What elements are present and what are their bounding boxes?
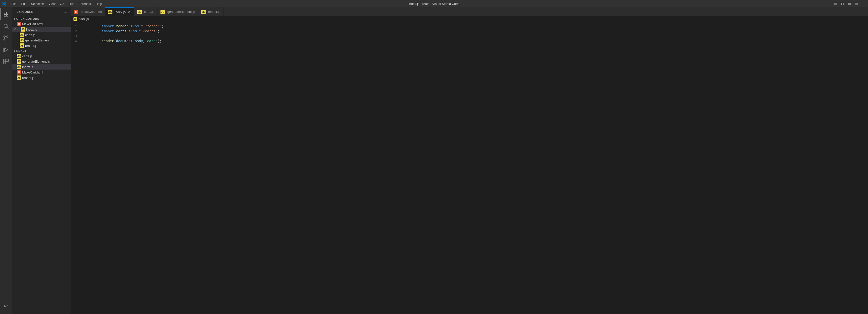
open-editor-render-label: render.js [25, 44, 37, 48]
title-bar-left: File Edit Selection View Go Run Terminal… [2, 1, 104, 6]
open-editor-carts-label: carts.js [25, 33, 35, 37]
tab-render[interactable]: JS render.js [198, 7, 224, 16]
tab-js-icon-active: JS [108, 10, 113, 14]
editor-area: H MakeCart.html JS index.js ✕ JS carts.j… [71, 7, 868, 314]
breadcrumb-icon: JS [73, 17, 77, 21]
menu-edit[interactable]: Edit [19, 1, 28, 6]
open-editor-generateElement-label: generateElemen... [25, 38, 51, 42]
activity-bar: N² [0, 7, 12, 314]
tab-carts-label: carts.js [144, 10, 154, 13]
window-controls: ⊞ ⊟ ⊞ ⊞ − [833, 1, 866, 6]
open-editor-carts[interactable]: JS carts.js [12, 32, 71, 37]
code-line-4: 4 render(document.body, carts); [71, 39, 868, 44]
react-chevron: ▾ [14, 50, 15, 52]
code-line-3: 3 [71, 34, 868, 39]
tab-js-icon-carts: JS [137, 10, 142, 14]
breadcrumb-path: index.js [78, 17, 89, 21]
code-line-1: 1 import render from "./render"; [71, 24, 868, 29]
svg-marker-9 [4, 48, 8, 52]
sidebar: EXPLORER ... ▾ OPEN EDITORS H MakeCart.h… [12, 7, 71, 314]
svg-rect-1 [6, 12, 8, 14]
open-editor-index-label: index.js [26, 28, 37, 31]
sidebar-header-icons: ... [63, 9, 68, 14]
open-editor-MakeCart[interactable]: H MakeCart.html [12, 21, 71, 27]
main-layout: N² EXPLORER ... ▾ OPEN EDITORS H MakeCar… [0, 7, 868, 314]
tab-MakeCart-label: MakeCart.html [81, 10, 102, 13]
menu-bar: File Edit Selection View Go Run Terminal… [9, 1, 104, 6]
react-MakeCart-label: MakeCart.html [22, 70, 43, 74]
layout-button[interactable]: ⊞ [847, 1, 852, 6]
open-editor-index[interactable]: ✕ JS index.js [12, 27, 71, 32]
svg-rect-12 [6, 59, 8, 61]
tab-index[interactable]: JS index.js ✕ [105, 7, 134, 16]
line-number-2: 2 [71, 29, 81, 34]
sidebar-header: EXPLORER ... [12, 7, 71, 16]
open-editor-render[interactable]: JS render.js [12, 43, 71, 48]
panel-toggle-button[interactable]: ⊟ [840, 1, 845, 6]
sidebar-toggle-button[interactable]: ⊞ [833, 1, 838, 6]
tab-render-label: render.js [208, 10, 220, 13]
html-file-icon: H [17, 22, 21, 26]
open-editor-generateElement[interactable]: JS generateElemen... [12, 37, 71, 43]
menu-terminal[interactable]: Terminal [77, 1, 93, 6]
menu-go[interactable]: Go [58, 1, 66, 6]
close-window-button[interactable]: − [861, 1, 866, 6]
vscode-logo-icon [2, 1, 6, 6]
svg-line-5 [7, 27, 9, 29]
js-file-icon: JS [21, 27, 25, 32]
menu-run[interactable]: Run [67, 1, 76, 6]
activity-source-control[interactable] [0, 32, 12, 44]
tab-js-icon-gen: JS [160, 10, 165, 14]
tab-index-label: index.js [115, 10, 126, 14]
tab-carts[interactable]: JS carts.js [134, 7, 157, 16]
code-line-2: 2 import carts from "./carts"; [71, 29, 868, 34]
line-number-1: 1 [71, 24, 81, 29]
activity-run-debug[interactable] [0, 44, 12, 56]
react-render[interactable]: JS render.js [12, 75, 71, 80]
svg-rect-0 [4, 12, 6, 14]
react-section-header[interactable]: ▾ REACT [12, 48, 71, 53]
tabs-bar: H MakeCart.html JS index.js ✕ JS carts.j… [71, 7, 868, 16]
line-number-4: 4 [71, 39, 81, 44]
js-icon-index2: JS [17, 65, 21, 69]
breadcrumb: JS index.js [71, 16, 868, 22]
close-index-button[interactable]: ✕ [13, 27, 17, 31]
menu-view[interactable]: View [46, 1, 57, 6]
tab-js-icon-render: JS [201, 10, 206, 14]
react-carts-label: carts.js [22, 54, 32, 58]
react-index-label: index.js [22, 65, 33, 69]
code-editor[interactable]: 1 import render from "./render"; 2 impor… [71, 22, 868, 314]
js-icon-render2: JS [17, 76, 21, 80]
tab-close-button[interactable]: ✕ [127, 10, 131, 14]
js-icon-gen2: JS [17, 59, 21, 64]
tab-generateElement[interactable]: JS generateElement.js [157, 7, 198, 16]
activity-explorer[interactable] [0, 8, 12, 20]
react-render-label: render.js [22, 76, 34, 80]
react-section-label: REACT [16, 49, 27, 52]
sidebar-more-options[interactable]: ... [63, 9, 68, 14]
svg-point-6 [4, 36, 5, 37]
tab-html-icon: H [74, 10, 79, 14]
open-editors-chevron: ▾ [14, 18, 15, 20]
open-editors-section-header[interactable]: ▾ OPEN EDITORS [12, 16, 71, 21]
menu-file[interactable]: File [9, 1, 19, 6]
activity-search[interactable] [0, 20, 12, 32]
title-bar: File Edit Selection View Go Run Terminal… [0, 0, 868, 7]
tab-generateElement-label: generateElement.js [167, 10, 195, 13]
more-layouts-button[interactable]: ⊞ [854, 1, 859, 6]
activity-extensions[interactable] [0, 56, 12, 67]
activity-n2[interactable]: N² [0, 300, 12, 312]
tab-MakeCart[interactable]: H MakeCart.html [71, 7, 105, 16]
js-file-icon-render: JS [20, 44, 24, 48]
menu-help[interactable]: Help [93, 1, 104, 6]
react-generateElement[interactable]: JS generateElement.js [12, 59, 71, 64]
react-index[interactable]: JS index.js [12, 64, 71, 69]
line-number-3: 3 [71, 34, 81, 39]
svg-rect-2 [4, 15, 6, 16]
menu-selection[interactable]: Selection [29, 1, 46, 6]
react-MakeCart[interactable]: H MakeCart.html [12, 69, 71, 75]
js-file-icon-carts: JS [20, 33, 24, 37]
open-editor-MakeCart-label: MakeCart.html [22, 22, 43, 26]
js-file-icon-gen: JS [20, 38, 24, 42]
react-carts[interactable]: JS carts.js [12, 53, 71, 59]
